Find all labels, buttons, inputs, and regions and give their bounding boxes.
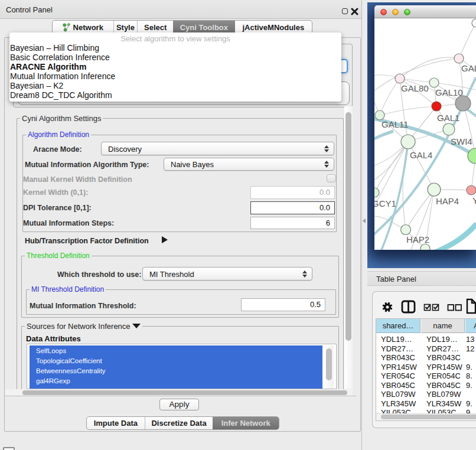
svg-text:HAP2: HAP2 — [406, 234, 429, 244]
svg-text:Y: Y — [472, 195, 476, 206]
svg-text:GAL1: GAL1 — [437, 113, 459, 123]
svg-text:GAL80: GAL80 — [401, 83, 429, 93]
svg-text:GAL3: GAL3 — [461, 63, 476, 73]
svg-text:GAL11: GAL11 — [382, 119, 409, 129]
svg-text:SWI4: SWI4 — [451, 136, 472, 146]
svg-text:GAL10: GAL10 — [435, 87, 463, 97]
svg-text:HAP4: HAP4 — [436, 196, 459, 206]
svg-text:GCY1: GCY1 — [374, 198, 396, 208]
svg-text:GAL4: GAL4 — [410, 150, 432, 160]
